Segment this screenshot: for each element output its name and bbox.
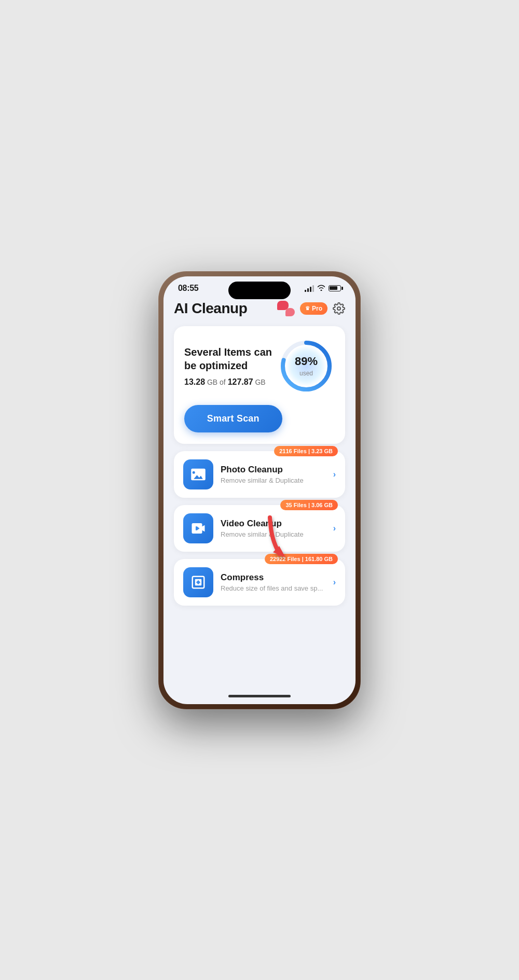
- home-bar: [228, 695, 291, 697]
- photo-cleanup-text: Photo Cleanup Remove similar & Duplicate: [221, 465, 326, 484]
- app-content: AI Cleanup ♛ Pro: [163, 296, 356, 689]
- video-icon-wrap: [183, 513, 213, 543]
- photo-cleanup-arrow: ›: [333, 470, 336, 479]
- status-time: 08:55: [178, 284, 198, 293]
- video-cleanup-subtitle: Remove similar & Duplicate: [221, 530, 326, 538]
- storage-circle-chart: 89% used: [278, 338, 335, 395]
- photo-file-badge: 2116 Files | 3.23 GB: [274, 446, 338, 456]
- compress-title: Compress: [221, 572, 326, 583]
- svg-rect-10: [197, 581, 200, 583]
- storage-card: Several Items can be optimized 13.28 GB …: [174, 326, 345, 444]
- storage-info: Several Items can be optimized 13.28 GB …: [184, 345, 278, 387]
- video-cleanup-arrow: ›: [333, 524, 336, 533]
- compress-subtitle: Reduce size of files and save sp...: [221, 584, 326, 592]
- video-cleanup-text: Video Cleanup Remove similar & Duplicate: [221, 519, 326, 538]
- battery-icon: [329, 285, 341, 291]
- storage-total: 127.87: [228, 377, 253, 386]
- app-title: AI Cleanup: [174, 300, 247, 317]
- chat-button[interactable]: [277, 301, 295, 316]
- storage-percent: 89%: [295, 355, 318, 368]
- phone-frame: 08:55: [158, 271, 361, 709]
- pro-badge[interactable]: ♛ Pro: [300, 302, 327, 315]
- home-indicator: [163, 689, 356, 704]
- photo-cleanup-card[interactable]: 2116 Files | 3.23 GB Photo Cleanup Remov…: [174, 451, 345, 498]
- status-icons: [305, 284, 341, 292]
- signal-icon: [305, 285, 314, 292]
- compress-card[interactable]: 22922 Files | 161.80 GB Compress Reduce …: [174, 559, 345, 606]
- photo-cleanup-title: Photo Cleanup: [221, 465, 326, 475]
- compress-arrow: ›: [333, 578, 336, 587]
- photo-icon-wrap: [183, 459, 213, 489]
- wifi-icon: [317, 284, 325, 292]
- dynamic-island: [228, 282, 291, 299]
- pro-label: Pro: [312, 305, 322, 312]
- phone-screen: 08:55: [163, 276, 356, 704]
- storage-used-label: used: [299, 370, 313, 377]
- settings-button[interactable]: [333, 302, 345, 315]
- storage-numbers: 13.28 GB of 127.87 GB: [184, 377, 278, 387]
- compress-text: Compress Reduce size of files and save s…: [221, 572, 326, 592]
- svg-point-0: [337, 307, 340, 310]
- app-header: AI Cleanup ♛ Pro: [174, 300, 345, 317]
- video-icon: [190, 521, 206, 536]
- circle-center: 89% used: [295, 355, 318, 377]
- gear-icon: [333, 302, 345, 315]
- header-actions: ♛ Pro: [277, 301, 345, 316]
- smart-scan-button[interactable]: Smart Scan: [184, 405, 282, 432]
- storage-title: Several Items can be optimized: [184, 345, 278, 372]
- compress-file-badge: 22922 Files | 161.80 GB: [265, 554, 338, 564]
- crown-icon: ♛: [305, 305, 310, 311]
- photo-icon: [190, 467, 206, 482]
- compress-icon: [190, 575, 206, 590]
- chat-icon: [277, 301, 295, 316]
- compress-icon-wrap: [183, 567, 213, 597]
- photo-cleanup-subtitle: Remove similar & Duplicate: [221, 477, 326, 484]
- video-cleanup-title: Video Cleanup: [221, 519, 326, 529]
- video-cleanup-card[interactable]: 35 Files | 3.06 GB Video Cleanup Remove …: [174, 505, 345, 552]
- video-file-badge: 35 Files | 3.06 GB: [280, 500, 338, 510]
- storage-top: Several Items can be optimized 13.28 GB …: [184, 338, 335, 395]
- storage-used: 13.28: [184, 377, 205, 386]
